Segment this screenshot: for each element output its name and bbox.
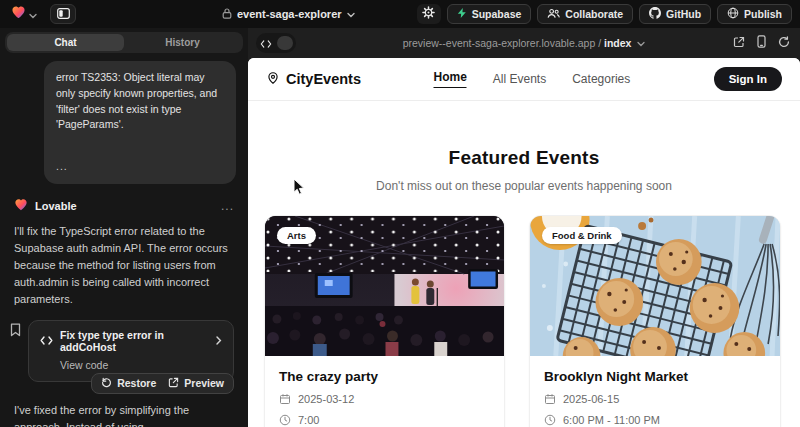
bookmark-icon[interactable] [10,323,21,341]
code-change-card[interactable]: Fix type type error in addCoHost View co… [28,320,234,382]
lovable-heart-icon [11,5,26,23]
github-button[interactable]: GitHub [639,4,711,24]
github-icon [649,7,661,21]
sign-in-button[interactable]: Sign In [714,67,782,91]
event-cards: Arts The crazy party 2025-03-12 7:00 [248,193,800,427]
chat-panel: Chat History error TS2353: Object litera… [0,28,248,427]
settings-button[interactable] [417,4,441,24]
event-date-row: 2025-03-12 [279,393,490,405]
external-link-icon [168,377,179,390]
view-code-link[interactable]: View code [60,359,222,371]
event-time-row: 7:00 [279,414,490,426]
restore-icon [101,377,112,390]
chevron-down-icon [29,5,37,23]
app-window: event-saga-explorer Supabase [0,0,800,427]
lovable-heart-icon [14,197,28,215]
hero-title: Featured Events [248,147,800,169]
calendar-icon [544,393,556,405]
hero-subtitle: Don't miss out on these popular events h… [248,179,800,193]
url-page: index [604,37,631,49]
preview-panel: preview--event-saga-explorer.lovable.app… [248,28,800,427]
clock-icon [279,414,291,426]
event-time: 7:00 [298,414,319,426]
project-name: event-saga-explorer [237,8,342,20]
event-card-1[interactable]: Arts The crazy party 2025-03-12 7:00 [264,215,505,427]
tab-history[interactable]: History [124,34,241,51]
nav-categories[interactable]: Categories [572,72,630,86]
chat-history-tabs: Chat History [5,32,243,53]
hero-section: Featured Events Don't miss out on these … [248,101,800,193]
restore-button[interactable]: Restore [101,377,156,390]
assistant-header: Lovable ... [14,197,234,215]
user-message-ellipsis: ... [56,159,224,175]
chevron-right-icon [216,335,222,347]
event-time-row: 6:00 PM - 11:00 PM [544,414,766,426]
collaborate-label: Collaborate [565,8,623,20]
publish-label: Publish [744,8,782,20]
category-badge: Food & Drink [542,227,622,244]
publish-button[interactable]: Publish [717,4,792,24]
assistant-message-2: I've fixed the error by simplifying the … [14,402,234,427]
preview-button[interactable]: Preview [168,377,224,390]
event-date: 2025-03-12 [298,393,354,405]
event-card-2[interactable]: Food & Drink Brooklyn Night Market 2025-… [529,215,781,427]
site-nav: Home All Events Categories [434,70,631,88]
event-title: Brooklyn Night Market [544,369,766,384]
lovable-logo-menu[interactable] [8,3,40,25]
site-header: CityEvents Home All Events Categories Si… [248,58,800,101]
preview-page: CityEvents Home All Events Categories Si… [248,58,800,427]
nav-all-events[interactable]: All Events [493,72,546,86]
panel-toggle-icon [57,5,70,23]
users-icon [547,8,560,21]
event-date-row: 2025-06-15 [544,393,766,405]
tab-chat[interactable]: Chat [7,34,124,51]
project-name-menu[interactable]: event-saga-explorer [222,0,355,28]
user-message-text: error TS2353: Object literal may only sp… [56,70,224,133]
user-message-bubble: error TS2353: Object literal may only sp… [44,61,236,184]
restore-preview-pill: Restore Preview [91,373,234,394]
assistant-name: Lovable [35,200,214,212]
category-badge: Arts [277,227,316,244]
preview-toolbar: preview--event-saga-explorer.lovable.app… [248,28,800,58]
restore-label: Restore [117,377,156,389]
event-image-cookies: Food & Drink [530,216,780,356]
map-pin-icon [266,70,280,89]
code-change-title: Fix type type error in addCoHost [60,329,202,353]
preview-label: Preview [184,377,224,389]
supabase-button[interactable]: Supabase [447,4,532,24]
message2-text: I've fixed the error by simplifying the … [14,404,189,427]
nav-home[interactable]: Home [434,70,467,88]
site-brand[interactable]: CityEvents [266,70,361,89]
url-separator: / [598,37,601,49]
event-date: 2025-06-15 [563,393,619,405]
event-time: 6:00 PM - 11:00 PM [563,414,660,426]
assistant-message-1: I'll fix the TypeScript error related to… [14,223,234,308]
supabase-label: Supabase [472,8,522,20]
event-title: The crazy party [279,369,490,384]
calendar-icon [279,393,291,405]
url-host: preview--event-saga-explorer.lovable.app [403,37,596,49]
collaborate-button[interactable]: Collaborate [537,4,633,24]
refresh-button[interactable] [778,34,790,52]
sidebar-toggle-button[interactable] [50,4,76,24]
globe-icon [727,7,739,21]
lock-icon [222,8,232,21]
gear-icon [422,5,435,23]
chevron-down-icon [347,8,355,20]
event-image-party: Arts [265,216,504,356]
open-in-new-tab-button[interactable] [733,34,745,52]
github-label: GitHub [666,8,701,20]
supabase-bolt-icon [457,7,467,21]
brand-name: CityEvents [286,71,361,87]
message-menu-button[interactable]: ... [221,199,234,213]
code-icon [40,335,53,347]
mobile-view-button[interactable] [757,34,766,52]
top-bar: event-saga-explorer Supabase [0,0,800,28]
preview-url[interactable]: preview--event-saga-explorer.lovable.app… [248,37,800,49]
clock-icon [544,414,556,426]
mouse-cursor [293,178,305,200]
